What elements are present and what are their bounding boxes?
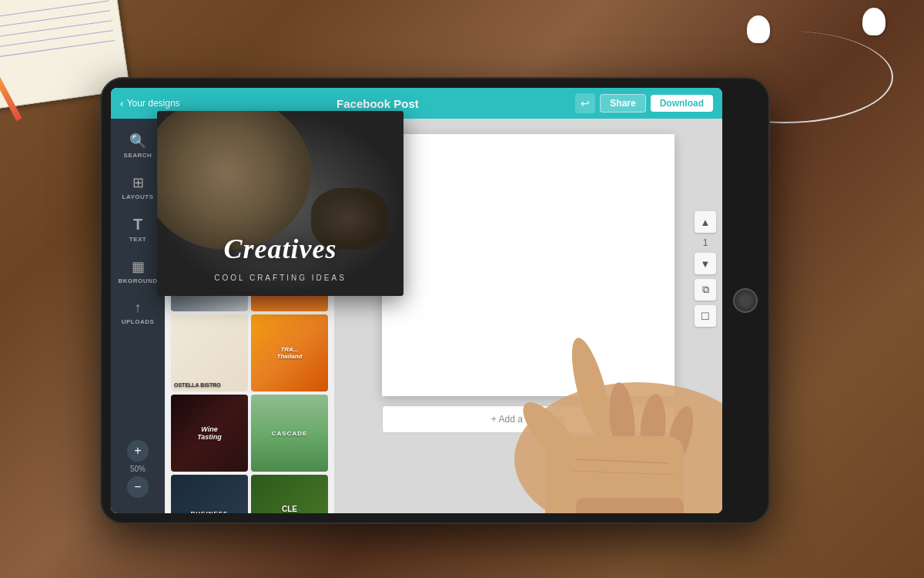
ipad-screen: ‹ Your designs Facebook Post ↩ Share Dow… [111,88,722,513]
undo-button[interactable]: ↩ [575,93,595,113]
up-arrow-icon: ▲ [701,217,711,228]
canvas-page[interactable] [382,134,675,396]
sidebar-item-search[interactable]: 🔍 SEARCH [116,126,160,165]
download-label: Download [660,98,704,109]
download-button[interactable]: Download [651,95,713,112]
search-icon: 🔍 [129,133,146,150]
sidebar-item-uploads[interactable]: ↑ UPLOADS [116,294,160,331]
zoom-minus-icon: − [134,480,141,494]
template-cascade-label: CASCADE [251,395,328,472]
header-actions: ↩ Share Download [575,93,713,113]
delete-button[interactable]: ☐ [695,305,716,327]
add-page-button[interactable]: + Add a new page [382,405,675,433]
copy-button[interactable]: ⧉ [695,279,716,301]
background-icon: ▦ [132,258,145,275]
text-icon: T [133,216,142,234]
back-label: Your designs [127,98,180,109]
template-business-label: BUSINESS [171,475,248,513]
design-subtitle: COOL CRAFTING IDEAS [157,274,403,282]
template-thailand[interactable]: TRA...Thailand [251,314,328,391]
sidebar-text-label: TEXT [129,236,146,243]
uploads-icon: ↑ [135,300,142,316]
template-ostella[interactable]: OSTELLA BISTRO [171,314,248,391]
zoom-out-button[interactable]: − [127,476,149,498]
sidebar-bkground-label: BKGROUND [118,277,157,284]
template-thailand-label: TRA...Thailand [251,314,328,391]
design-overlay-card[interactable]: Creatives COOL CRAFTING IDEAS [157,111,403,296]
zoom-level: 50% [130,465,146,473]
template-business[interactable]: BUSINESS [171,475,248,513]
sidebar-item-background[interactable]: ▦ BKGROUND [116,252,160,291]
sidebar-item-text[interactable]: T TEXT [116,210,160,249]
undo-icon: ↩ [581,97,590,109]
delete-icon: ☐ [701,311,710,322]
ipad-device: ‹ Your designs Facebook Post ↩ Share Dow… [100,77,770,524]
sidebar-layouts-label: LAYOUTS [122,193,154,200]
move-down-button[interactable]: ▼ [695,253,716,274]
ipad-home-button[interactable] [733,288,758,313]
template-wine-tasting-label: WineTasting [171,395,248,472]
zoom-plus-icon: + [134,444,141,458]
down-arrow-icon: ▼ [701,258,711,270]
share-label: Share [610,98,635,109]
share-button[interactable]: Share [600,94,645,113]
sidebar-uploads-label: UPLOADS [122,318,155,325]
move-up-button[interactable]: ▲ [695,211,716,233]
back-chevron-icon: ‹ [120,97,124,109]
sidebar-search-label: SEARCH [124,152,152,159]
header-title: Facebook Post [180,97,576,110]
page-number: 1 [703,237,708,248]
copy-icon: ⧉ [702,284,709,296]
template-ostella-label: OSTELLA BISTRO [174,382,245,388]
sidebar-bottom: + 50% − [111,440,165,498]
zoom-in-button[interactable]: + [127,440,149,462]
back-button[interactable]: ‹ Your designs [120,97,180,109]
template-cle-gre[interactable]: CLEGRE... [251,475,328,513]
template-cle-gre-label: CLEGRE... [251,475,328,513]
sidebar-item-layouts[interactable]: ⊞ LAYOUTS [116,168,160,207]
design-title: Creatives [157,233,403,265]
layouts-icon: ⊞ [132,174,144,191]
template-cascade[interactable]: CASCADE [251,395,328,472]
earbud-right [862,8,886,35]
canvas-tools: ▲ 1 ▼ ⧉ ☐ [695,211,716,327]
add-page-label: + Add a new page [491,414,565,425]
template-wine-tasting[interactable]: WineTasting [171,395,248,472]
